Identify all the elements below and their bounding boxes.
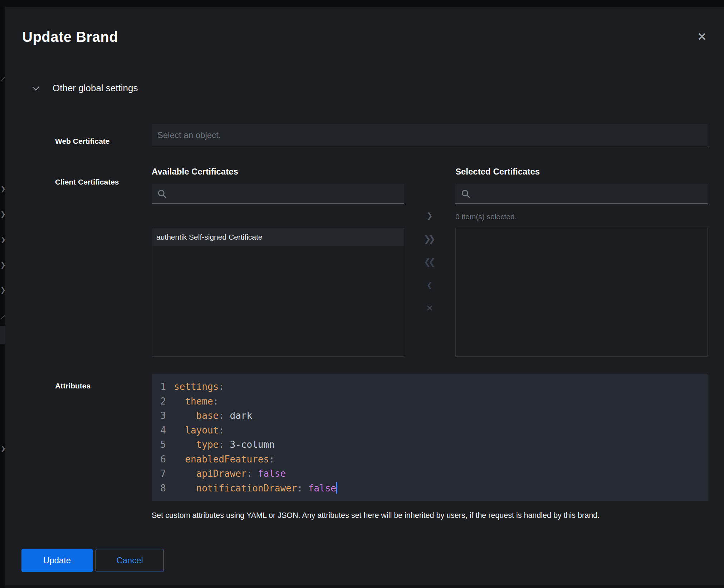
section-label: Other global settings	[53, 83, 138, 94]
code-line: 6 enabledFeatures:	[157, 452, 708, 467]
web-certificate-label: Web Certificate	[55, 137, 110, 146]
sidebar-edge-chevron-icon: ❯	[0, 236, 5, 243]
update-brand-modal: Update Brand ✕ Other global settings Web…	[5, 7, 724, 585]
background-page-top-strip	[0, 0, 724, 7]
cancel-button[interactable]: Cancel	[96, 549, 164, 572]
selected-certificates-list	[455, 228, 708, 357]
code-line: 3 base: dark	[157, 408, 708, 423]
section-toggle-other-global-settings[interactable]: Other global settings	[33, 83, 138, 94]
sidebar-edge-chevron-icon: ❯	[0, 445, 5, 452]
selected-search-wrap	[455, 184, 708, 204]
code-line: 5 type: 3-column	[157, 437, 708, 452]
attributes-label: Attributes	[55, 382, 90, 390]
client-certificates-dual-list: Available Certificates Selected Certific…	[152, 167, 708, 357]
available-certificates-list: authentik Self-signed Certificate	[152, 228, 404, 357]
text-cursor	[336, 482, 337, 494]
sidebar-edge-highlight	[0, 326, 5, 344]
available-certificates-header: Available Certificates	[152, 167, 238, 177]
code-line: 4 layout:	[157, 423, 708, 438]
background-page-bottom-strip	[5, 585, 724, 588]
screen: ⟋❯❯❯❯❯⟋❯ Update Brand ✕ Other global set…	[0, 0, 724, 588]
web-certificate-input[interactable]	[152, 124, 708, 146]
code-line: 8 notificationDrawer: false	[157, 481, 708, 496]
move-selected-right-button[interactable]: ❯	[418, 209, 441, 223]
code-line: 2 theme:	[157, 394, 708, 409]
move-all-right-button[interactable]: ❯❯	[418, 232, 441, 246]
sidebar-edge-chevron-icon: ❯	[0, 186, 5, 192]
selected-certificates-header: Selected Certificates	[455, 167, 540, 177]
move-all-left-button[interactable]: ❮❮	[418, 255, 441, 269]
sidebar-edge-chevron-icon: ❯	[0, 287, 5, 293]
background-sidebar-edge: ⟋❯❯❯❯❯⟋❯	[0, 7, 5, 588]
attributes-help-text: Set custom attributes using YAML or JSON…	[152, 511, 704, 520]
close-icon[interactable]: ✕	[694, 29, 710, 45]
update-button[interactable]: Update	[21, 549, 93, 572]
available-search-input[interactable]	[152, 184, 404, 204]
web-certificate-field-wrap	[152, 124, 708, 146]
move-selected-left-button[interactable]: ❮	[418, 278, 441, 292]
code-line: 7 apiDrawer: false	[157, 466, 708, 481]
modal-title: Update Brand	[22, 29, 118, 45]
available-search-wrap	[152, 184, 404, 204]
attributes-code-editor[interactable]: 1settings:2 theme:3 base: dark4 layout:5…	[152, 374, 708, 501]
sidebar-edge-chevron-icon: ❯	[0, 262, 5, 268]
client-certificates-label: Client Certificates	[55, 178, 119, 186]
sidebar-edge-chevron-icon: ⟋	[0, 314, 5, 321]
selected-count-status: 0 item(s) selected.	[455, 212, 517, 221]
chevron-down-icon	[32, 84, 39, 91]
selected-search-input[interactable]	[455, 184, 708, 204]
certificate-list-item[interactable]: authentik Self-signed Certificate	[152, 228, 404, 246]
clear-selection-button[interactable]: ✕	[418, 301, 441, 315]
sidebar-edge-chevron-icon: ❯	[0, 211, 5, 217]
sidebar-edge-chevron-icon: ⟋	[0, 77, 5, 83]
code-line: 1settings:	[157, 379, 708, 394]
